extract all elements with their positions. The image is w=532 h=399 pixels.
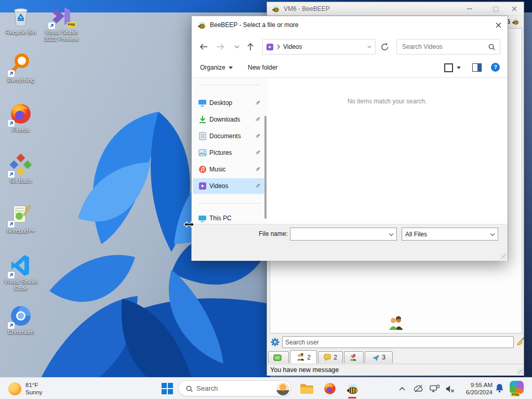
tab-groups[interactable] bbox=[344, 351, 364, 363]
sidebar-item-desktop[interactable]: Desktop bbox=[193, 95, 265, 111]
view-mode-chevron-icon[interactable] bbox=[457, 66, 461, 69]
tab-count: 2 bbox=[307, 354, 311, 361]
firefox-icon bbox=[9, 102, 33, 126]
network-ethernet-icon[interactable] bbox=[429, 383, 440, 394]
desktop-icon-vs2022-preview[interactable]: PRE Visual Studio 2022 Preview bbox=[41, 4, 82, 43]
tab-chat[interactable] bbox=[268, 351, 289, 363]
desktop-icon-label: Recycle Bin bbox=[1, 29, 41, 36]
start-button[interactable] bbox=[159, 381, 176, 396]
users-tab-icon bbox=[296, 353, 305, 362]
desktop-icon-firefox[interactable]: Firefox bbox=[1, 102, 41, 134]
sidebar-scrollbar[interactable] bbox=[264, 116, 267, 219]
taskbar-search[interactable] bbox=[178, 380, 291, 396]
sidebar-item-music[interactable]: Music bbox=[193, 162, 265, 177]
taskbar-search-input[interactable] bbox=[196, 381, 269, 396]
sidebar-item-documents[interactable]: Documents bbox=[193, 128, 265, 144]
pre-badge: PRE bbox=[67, 22, 76, 27]
preview-app-tray-icon[interactable]: PRE bbox=[509, 381, 525, 396]
pin-icon[interactable] bbox=[254, 99, 261, 107]
desktop-icon-label: Visual Studio Code bbox=[1, 278, 41, 292]
pin-icon[interactable] bbox=[254, 149, 261, 156]
search-videos-input[interactable] bbox=[397, 39, 500, 54]
desktop-icon-recycle-bin[interactable]: Recycle Bin bbox=[1, 4, 41, 36]
beebeep-window-title: VM6 - BeeBEEP bbox=[284, 5, 330, 12]
minimize-button[interactable] bbox=[462, 3, 477, 15]
pin-icon[interactable] bbox=[254, 182, 261, 190]
maximize-button[interactable] bbox=[488, 3, 503, 15]
weather-widget[interactable]: 81°F Sunny bbox=[5, 380, 46, 397]
resize-horizontal-cursor bbox=[183, 220, 195, 229]
sidebar-item-downloads[interactable]: Downloads bbox=[193, 112, 265, 127]
file-name-input[interactable] bbox=[290, 228, 386, 240]
documents-icon bbox=[199, 132, 206, 140]
tray-clock[interactable]: 9:55 AM 6/20/2024 bbox=[459, 381, 493, 396]
sidebar-item-pictures[interactable]: Pictures bbox=[193, 145, 265, 161]
shortcut-arrow-icon bbox=[48, 22, 55, 29]
onedrive-offline-icon[interactable] bbox=[413, 383, 424, 394]
search-icon bbox=[185, 385, 193, 393]
pin-icon[interactable] bbox=[254, 166, 261, 173]
up-button[interactable] bbox=[245, 41, 256, 52]
file-type-select[interactable]: All Files bbox=[402, 228, 498, 241]
new-folder-button[interactable]: New folder bbox=[248, 64, 277, 71]
volume-muted-icon[interactable] bbox=[444, 383, 456, 394]
pin-icon[interactable] bbox=[254, 116, 261, 123]
address-dropdown-chevron-icon[interactable] bbox=[367, 44, 372, 49]
desktop-icon-chromium[interactable]: Chromium bbox=[1, 304, 41, 336]
sidebar-item-label: Downloads bbox=[209, 116, 240, 123]
view-mode-button[interactable] bbox=[444, 63, 453, 72]
pre-badge: PRE bbox=[511, 393, 520, 396]
close-button[interactable] bbox=[507, 3, 522, 15]
taskbar: 81°F Sunny bbox=[0, 377, 532, 399]
desktop-icon-vscode[interactable]: Visual Studio Code bbox=[1, 254, 41, 292]
desktop-icon bbox=[198, 99, 207, 107]
shortcut-arrow-icon bbox=[8, 70, 15, 77]
dialog-footer: File name: All Files Open Cancel bbox=[192, 224, 508, 261]
clock-time: 9:55 AM bbox=[459, 381, 493, 389]
desktop-icon-label: Everything bbox=[1, 77, 41, 84]
tab-file-transfers[interactable]: 3 bbox=[365, 351, 393, 363]
file-type-value: All Files bbox=[405, 231, 427, 238]
firefox-taskbar-icon[interactable] bbox=[321, 381, 339, 396]
file-explorer-taskbar-icon[interactable] bbox=[298, 381, 315, 396]
tab-users[interactable]: 2 bbox=[290, 350, 317, 364]
user-list-options-icon[interactable] bbox=[270, 337, 280, 347]
desktop-icon-label: Firefox bbox=[1, 127, 41, 134]
chevron-down-icon bbox=[490, 233, 495, 237]
desktop-icon-everything[interactable]: Everything bbox=[1, 52, 41, 84]
file-list-area[interactable]: No items match your search. bbox=[268, 78, 507, 224]
tab-chats[interactable]: 2 bbox=[318, 351, 343, 363]
everything-icon bbox=[9, 52, 33, 76]
breadcrumb-location[interactable]: Videos bbox=[283, 43, 302, 50]
tray-overflow-chevron-icon[interactable] bbox=[396, 383, 408, 394]
sidebar-item-label: Music bbox=[209, 166, 225, 173]
chat-panel-icon bbox=[273, 354, 282, 361]
forward-button[interactable] bbox=[215, 41, 226, 52]
notification-bell-icon[interactable] bbox=[494, 383, 505, 393]
resize-grip[interactable] bbox=[517, 369, 523, 374]
videos-folder-icon bbox=[266, 43, 274, 51]
address-bar[interactable]: Videos bbox=[262, 39, 376, 55]
preview-pane-button[interactable] bbox=[472, 63, 482, 72]
back-button[interactable] bbox=[198, 41, 209, 52]
chevron-down-icon[interactable] bbox=[389, 233, 394, 237]
pin-icon[interactable] bbox=[254, 132, 261, 140]
search-box bbox=[396, 39, 500, 55]
dialog-close-button[interactable] bbox=[490, 17, 507, 33]
desktop-icon-git-bash[interactable]: Git Bash bbox=[1, 153, 41, 184]
dialog-resize-grip[interactable] bbox=[501, 254, 506, 259]
help-button[interactable]: ? bbox=[491, 63, 500, 72]
bee-icon bbox=[197, 21, 206, 30]
sidebar-item-videos[interactable]: Videos bbox=[193, 178, 265, 194]
desktop-icon-notepadpp[interactable]: Notepad++ bbox=[1, 203, 41, 234]
search-icon[interactable] bbox=[488, 43, 496, 51]
attention-indicator bbox=[348, 397, 356, 398]
recent-locations-chevron-icon[interactable] bbox=[231, 41, 243, 52]
navigation-sidebar: Desktop Downloads Docume bbox=[192, 78, 267, 224]
beebeep-tab-bar: 2 2 3 bbox=[267, 350, 524, 364]
beebeep-taskbar-icon[interactable] bbox=[343, 381, 361, 396]
search-user-input[interactable] bbox=[282, 336, 514, 348]
refresh-button[interactable] bbox=[379, 41, 390, 52]
organize-button[interactable]: Organize bbox=[200, 64, 233, 71]
clear-search-icon[interactable] bbox=[516, 337, 526, 347]
